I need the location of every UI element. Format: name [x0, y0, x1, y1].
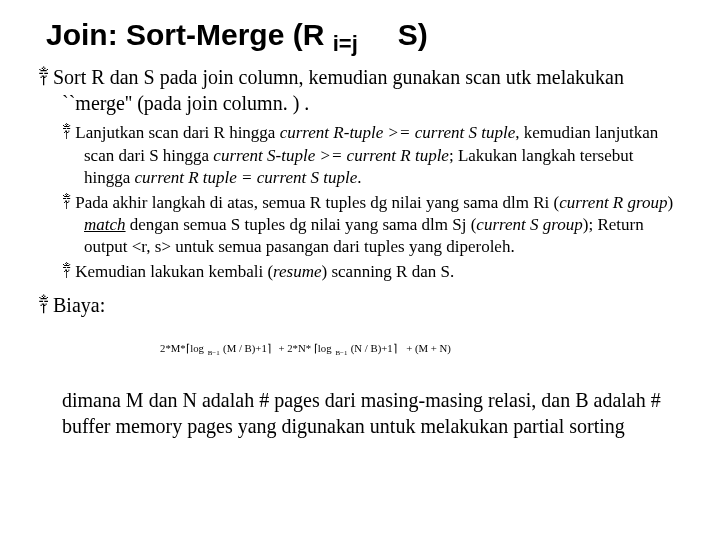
bullet-icon: ༒ — [38, 66, 48, 88]
formula-icon: 2*M* ⌈log B−1 (M / B)+1⌉ + 2*N* ⌈log B−1… — [160, 337, 560, 361]
text: Kemudian lakukan kembali ( — [75, 262, 273, 281]
bullet-sort-merge-text: Sort R dan S pada join column, kemudian … — [53, 66, 624, 114]
bullet-icon: ༒ — [62, 123, 71, 142]
svg-text:⌈log: ⌈log — [186, 342, 204, 354]
title-suffix: S) — [398, 18, 428, 51]
emph: current R group — [559, 193, 667, 212]
text: ) — [667, 193, 673, 212]
svg-text:+ (M + N): + (M + N) — [406, 342, 451, 355]
text: . — [357, 168, 361, 187]
bullet-icon: ༒ — [62, 262, 71, 281]
emph: current R tuple = current S tuple — [135, 168, 358, 187]
cost-formula: 2*M* ⌈log B−1 (M / B)+1⌉ + 2*N* ⌈log B−1… — [38, 337, 682, 365]
svg-text:(M / B)+1⌉: (M / B)+1⌉ — [223, 342, 271, 355]
slide-title: Join: Sort-Merge (R i=jS) — [46, 18, 682, 51]
closing-text: dimana M dan N adalah # pages dari masin… — [62, 387, 682, 439]
bullet-icon: ༒ — [38, 294, 48, 316]
svg-text:B−1: B−1 — [335, 349, 348, 356]
text: dengan semua S tuples dg nilai yang sama… — [126, 215, 477, 234]
emph: current S group — [476, 215, 582, 234]
svg-text:⌈log: ⌈log — [314, 342, 332, 354]
bullet-cost: ༒ Biaya: — [38, 293, 682, 319]
bullet-resume: ༒ Kemudian lakukan kembali (resume) scan… — [62, 261, 682, 283]
text: Pada akhir langkah di atas, semua R tupl… — [75, 193, 559, 212]
emph: current R-tuple >= current S tuple — [280, 123, 516, 142]
title-subscript: i=j — [333, 31, 358, 56]
emph: resume — [273, 262, 321, 281]
svg-text:(N / B)+1⌉: (N / B)+1⌉ — [351, 342, 397, 355]
bullet-cost-text: Biaya: — [53, 294, 105, 316]
emph: current S-tuple >= current R tuple — [213, 146, 449, 165]
text: ) scanning R dan S. — [322, 262, 455, 281]
bullet-advance-scan: ༒ Lanjutkan scan dari R hingga current R… — [62, 122, 682, 189]
match-underline: match — [84, 215, 126, 234]
title-prefix: Join: Sort-Merge (R — [46, 18, 324, 51]
svg-text:B−1: B−1 — [208, 349, 221, 356]
text: Lanjutkan scan dari R hingga — [75, 123, 279, 142]
bullet-icon: ༒ — [62, 193, 71, 212]
svg-text:2*M*: 2*M* — [160, 342, 186, 354]
bullet-sort-merge: ༒ Sort R dan S pada join column, kemudia… — [38, 65, 682, 116]
svg-text:+ 2*N*: + 2*N* — [278, 342, 311, 354]
bullet-match-groups: ༒ Pada akhir langkah di atas, semua R tu… — [62, 192, 682, 259]
slide: Join: Sort-Merge (R i=jS) ༒ Sort R dan S… — [0, 0, 720, 540]
sub-bullets: ༒ Lanjutkan scan dari R hingga current R… — [62, 122, 682, 283]
